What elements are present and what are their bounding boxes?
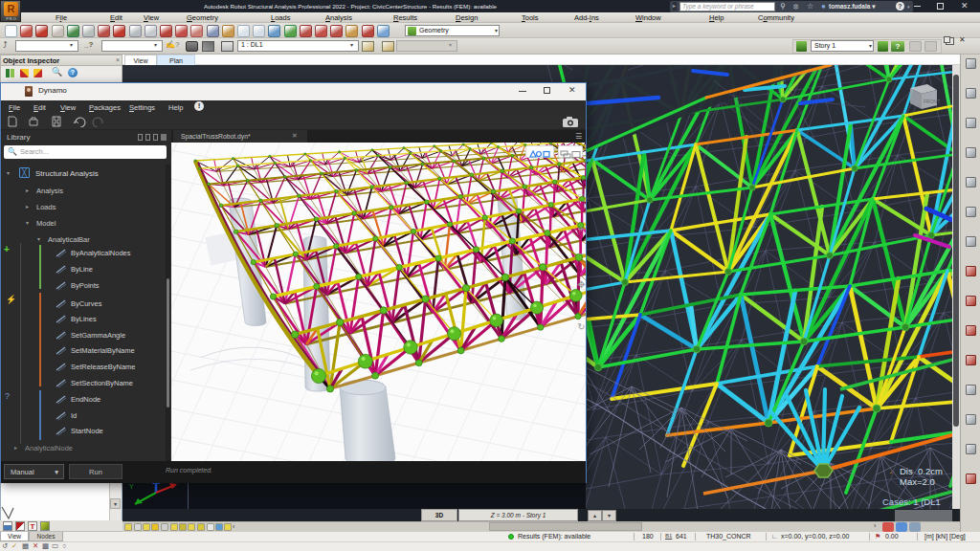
svg-text:Y: Y: [129, 483, 134, 490]
svg-text:FRONT: FRONT: [924, 99, 940, 104]
